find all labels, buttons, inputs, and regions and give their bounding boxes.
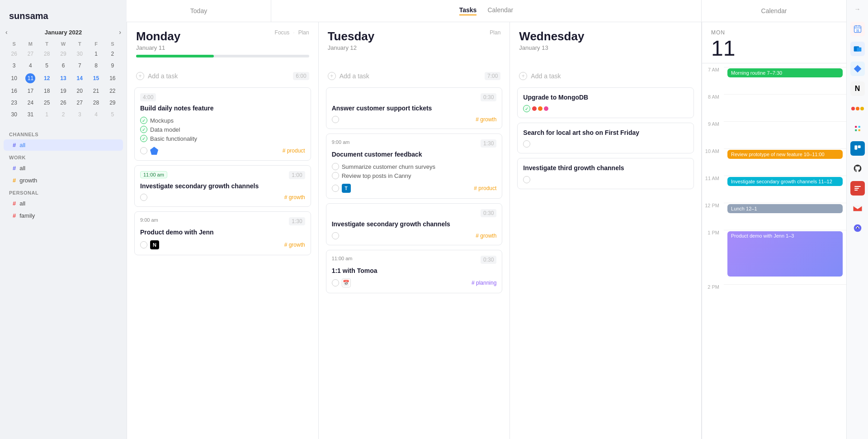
- cal-cell[interactable]: 13: [56, 72, 71, 85]
- cal-event-lunch[interactable]: Lunch 12–1: [727, 204, 843, 213]
- task-check[interactable]: [140, 147, 147, 154]
- sidebar-item-work-all[interactable]: # all: [4, 162, 123, 174]
- check-circle[interactable]: [140, 126, 147, 133]
- shortcut-icon[interactable]: [850, 221, 865, 235]
- notion-app-icon[interactable]: N: [850, 81, 865, 96]
- sidebar-item-personal-all[interactable]: # all: [4, 198, 123, 209]
- cal-cell[interactable]: 2: [105, 48, 120, 59]
- slack-icon[interactable]: [850, 121, 865, 136]
- cal-cell[interactable]: 8: [88, 60, 104, 71]
- cal-cell[interactable]: 25: [39, 97, 55, 108]
- cal-event-product-demo[interactable]: Product demo with Jenn 1–3: [727, 231, 843, 277]
- cal-cell[interactable]: 29: [56, 48, 71, 59]
- cal-event-morning-routine[interactable]: Morning routine 7–7:30: [727, 68, 843, 77]
- task-check[interactable]: [332, 116, 339, 123]
- tuesday-add-task[interactable]: + Add a task 7:00: [326, 68, 503, 84]
- monday-add-task[interactable]: + Add a task 6:00: [134, 68, 311, 84]
- check-circle[interactable]: [332, 172, 339, 179]
- cal-cell[interactable]: 26: [6, 48, 22, 59]
- monday-progress-bar: [136, 55, 309, 57]
- trello-app-icon[interactable]: [850, 141, 865, 156]
- task-title: Product demo with Jenn: [140, 228, 305, 236]
- tab-tasks[interactable]: Tasks: [459, 6, 477, 15]
- cal-cell[interactable]: 30: [6, 109, 22, 120]
- cal-cell[interactable]: 20: [72, 86, 87, 96]
- sidebar-item-channels-all[interactable]: # all: [4, 139, 123, 151]
- github-icon[interactable]: [850, 161, 865, 176]
- calendar-right-label: Calendar: [761, 7, 787, 14]
- check-circle[interactable]: [140, 117, 147, 124]
- cal-cell[interactable]: 29: [105, 97, 120, 108]
- cal-event-review-prototype[interactable]: Review prototype of new feature 10–11:00: [727, 150, 843, 159]
- cal-cell[interactable]: 31: [23, 109, 38, 120]
- task-check[interactable]: [523, 176, 530, 183]
- task-check[interactable]: [140, 241, 147, 248]
- sidebar-item-growth[interactable]: # growth: [4, 175, 123, 186]
- cal-cell[interactable]: 18: [39, 86, 55, 96]
- cal-cell[interactable]: 30: [72, 48, 87, 59]
- cal-cell[interactable]: 9: [105, 60, 120, 71]
- wednesday-add-task[interactable]: + Add a task: [517, 68, 694, 84]
- task-title: Investigate third growth channels: [523, 164, 688, 172]
- cal-cell[interactable]: 23: [6, 97, 22, 108]
- todoist-icon[interactable]: [850, 181, 865, 196]
- diamond-icon[interactable]: [850, 62, 865, 76]
- cal-cell[interactable]: 27: [72, 97, 87, 108]
- task-check[interactable]: [332, 279, 339, 286]
- cal-cell[interactable]: 3: [6, 60, 22, 71]
- cal-cell[interactable]: 1: [39, 109, 55, 120]
- cal-cell[interactable]: 28: [88, 97, 104, 108]
- cal-cell[interactable]: 16: [105, 72, 120, 85]
- cal-cell[interactable]: 16: [6, 86, 22, 96]
- task-footer: [523, 176, 688, 183]
- today-label: Today: [190, 7, 207, 14]
- cal-cell[interactable]: 7: [72, 60, 87, 71]
- cal-cell[interactable]: 4: [88, 109, 104, 120]
- cal-prev-button[interactable]: ‹: [5, 29, 8, 36]
- focus-action[interactable]: Focus: [275, 29, 290, 36]
- task-check[interactable]: [523, 140, 530, 148]
- cal-cell[interactable]: 12: [39, 72, 55, 85]
- sidebar-item-label: growth: [19, 177, 37, 184]
- cal-cell[interactable]: 10: [6, 72, 22, 85]
- cal-cell[interactable]: 14: [72, 72, 87, 85]
- cal-cell[interactable]: 2: [56, 109, 71, 120]
- cal-cell[interactable]: 26: [56, 97, 71, 108]
- sidebar-item-family[interactable]: # family: [4, 210, 123, 221]
- cal-next-button[interactable]: ›: [119, 29, 121, 36]
- collapse-icon[interactable]: →: [854, 5, 861, 13]
- plan-action[interactable]: Plan: [298, 29, 309, 36]
- outlook-icon[interactable]: [850, 42, 865, 56]
- cal-cell[interactable]: 6: [56, 60, 71, 71]
- cal-cell-today[interactable]: 11: [23, 72, 38, 85]
- cal-cell[interactable]: 5: [39, 60, 55, 71]
- cal-cell[interactable]: 22: [105, 86, 120, 96]
- notion-icon: N: [150, 240, 159, 249]
- time-row-1pm: 1 PM Product demo with Jenn 1–3: [702, 230, 846, 284]
- check-circle[interactable]: [140, 135, 147, 142]
- cal-cell[interactable]: 28: [39, 48, 55, 59]
- check-circle[interactable]: [332, 163, 339, 170]
- cal-cell[interactable]: 5: [105, 109, 120, 120]
- gmail-icon[interactable]: [850, 201, 865, 215]
- task-check[interactable]: [332, 232, 339, 239]
- task-check[interactable]: [523, 105, 530, 112]
- task-duration: 0:30: [481, 93, 496, 101]
- cal-cell[interactable]: 19: [56, 86, 71, 96]
- cal-cell[interactable]: 17: [23, 86, 38, 96]
- plan-action[interactable]: Plan: [490, 29, 500, 36]
- google-cal-icon[interactable]: 31: [850, 22, 865, 36]
- cal-cell[interactable]: 21: [88, 86, 104, 96]
- cal-event-investigate-growth[interactable]: Investigate secondary growth channels 11…: [727, 177, 843, 186]
- task-check[interactable]: [140, 194, 147, 201]
- cal-cell[interactable]: 3: [72, 109, 87, 120]
- cal-cell[interactable]: 24: [23, 97, 38, 108]
- tab-calendar[interactable]: Calendar: [487, 6, 513, 15]
- task-check[interactable]: [332, 185, 339, 192]
- cal-cell[interactable]: 15: [88, 72, 104, 85]
- cal-cell[interactable]: 27: [23, 48, 38, 59]
- cal-cell[interactable]: 4: [23, 60, 38, 71]
- cal-cell[interactable]: 1: [88, 48, 104, 59]
- dots-app-icon[interactable]: [850, 101, 865, 116]
- task-channel: # planning: [472, 280, 496, 286]
